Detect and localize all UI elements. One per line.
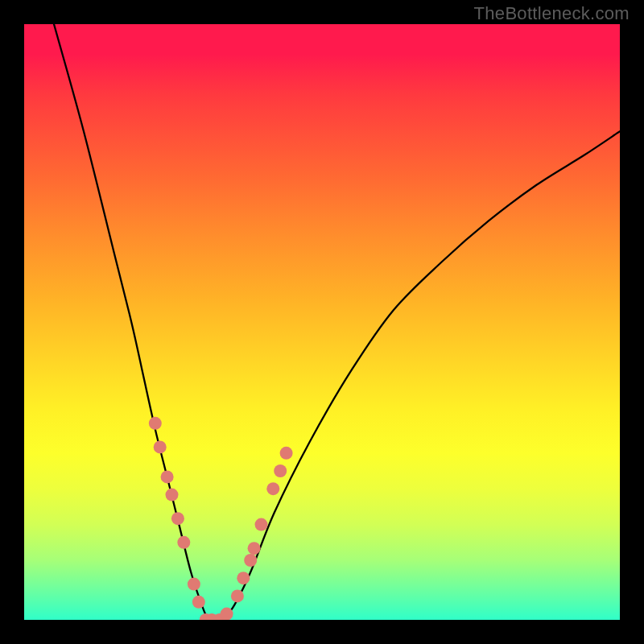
highlighted-point bbox=[255, 518, 268, 531]
highlighted-point bbox=[221, 608, 233, 620]
highlighted-point bbox=[188, 578, 200, 591]
plot-area bbox=[24, 24, 620, 620]
highlighted-point bbox=[161, 470, 174, 483]
highlighted-point bbox=[274, 464, 287, 477]
bottleneck-curve-svg bbox=[24, 24, 620, 620]
highlighted-point bbox=[192, 596, 205, 609]
highlighted-point bbox=[166, 489, 179, 502]
highlighted-point bbox=[237, 572, 250, 584]
highlighted-point bbox=[266, 482, 279, 495]
highlighted-point bbox=[248, 542, 261, 555]
highlighted-point bbox=[149, 417, 162, 430]
highlighted-point bbox=[171, 512, 184, 525]
watermark-text: TheBottleneck.com bbox=[474, 3, 630, 24]
highlighted-point bbox=[280, 447, 293, 460]
highlighted-point bbox=[244, 554, 257, 567]
chart-frame: TheBottleneck.com bbox=[0, 0, 644, 644]
highlighted-point bbox=[154, 440, 167, 453]
highlighted-point bbox=[231, 589, 244, 602]
highlighted-point bbox=[177, 536, 190, 549]
bottleneck-curve bbox=[54, 24, 620, 620]
